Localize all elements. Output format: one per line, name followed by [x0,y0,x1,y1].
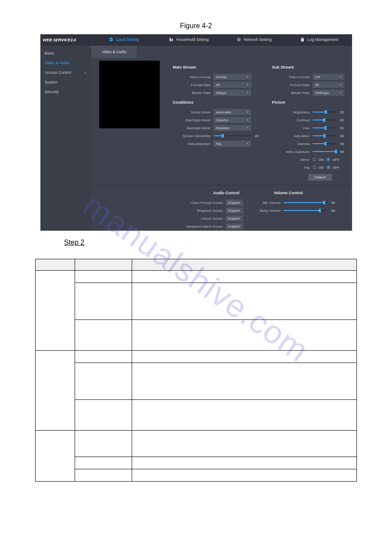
table-cell [132,283,357,320]
radio-mirror-off[interactable] [327,158,330,161]
radio-group-mirror: ON OFF [313,158,340,162]
slider-contrast[interactable] [313,120,336,120]
sidebar-item-label: Access Control [45,70,72,75]
slider-beep-volume[interactable] [284,210,327,211]
select-backlight-mode[interactable]: Disabled▾ [213,125,251,131]
field-value: Automatic [216,110,232,114]
slider-value: 90 [327,201,335,205]
top-bar: WEB SERVICE2.0 Local Setting Household S… [40,34,352,46]
select-sub-format-rate[interactable]: 25▾ [313,82,344,88]
table-cell [75,351,132,363]
select-sub-bitrate[interactable]: 256Kbps▾ [313,90,344,96]
slider-gain-auto[interactable] [313,151,336,152]
nav-label: Household Setting [176,37,209,42]
select-sub-video-format[interactable]: CIF▾ [313,74,344,80]
logo: WEB SERVICE2.0 [40,38,91,42]
label-hue: Hue [272,126,313,130]
field-value: Colorful [216,118,228,122]
radio-flip-on[interactable] [313,166,316,169]
slider-value: 23 [251,134,259,138]
table-row [36,469,357,482]
chevron-down-icon: ▾ [247,126,248,130]
radio-mirror-on[interactable] [313,158,316,161]
table-cell [132,469,357,482]
default-button[interactable]: Default [308,174,331,181]
table-row [36,431,357,457]
label-ringback: Ringback Sound [173,209,226,213]
slider-brightness[interactable] [313,112,336,112]
nav-local-setting[interactable]: Local Setting [91,37,157,43]
select-scene-mode[interactable]: Automatic▾ [213,109,251,115]
label-contrast: Contrast [272,118,313,122]
field-value: PAL [216,142,223,146]
audio-control-title: Audio Control [213,191,243,195]
volume-control-title: Volume Control [274,191,340,195]
table-row [36,363,357,400]
sidebar-item-system[interactable]: System [40,77,91,87]
sidebar-item-access-control[interactable]: Access Control ⌄ [40,68,91,77]
chevron-down-icon: ▾ [239,217,241,220]
parameter-table-wrap [35,259,357,482]
sidebar-item-video-audio[interactable]: Video & Audio [40,58,91,68]
tab-video-audio[interactable]: Video & Audio [91,46,137,58]
parameter-table [35,259,357,482]
select-tampered-alarm[interactable]: Enable▾ [226,223,243,229]
slider-gamma[interactable] [313,143,336,144]
select-unlock[interactable]: Enable▾ [226,215,243,221]
label-mic-volume: Mic Volume [243,201,284,205]
table-cell [75,271,132,283]
nav-label: Log Management [307,37,338,42]
table-cell [75,400,132,431]
select-video-standard[interactable]: PAL▾ [213,141,251,147]
globe-icon [237,37,241,43]
slider-value: 45 [336,118,344,122]
video-preview [99,61,160,128]
table-cell [132,271,357,283]
table-cell [132,320,357,351]
label-format-rate: Format Rate [173,83,213,87]
slider-sensor-sensibility[interactable] [213,135,251,136]
table-cell [132,457,357,469]
label-day-night-mode: Day/Night Mode [173,118,213,122]
table-row [36,320,357,351]
select-main-video-format[interactable]: WVGA▾ [213,74,251,80]
select-main-bitrate[interactable]: 2Mbps▾ [213,90,251,96]
select-main-format-rate[interactable]: 25▾ [213,82,251,88]
sidebar-item-basic[interactable]: Basic [40,48,91,58]
slider-mic-volume[interactable] [284,202,327,203]
nav-network-setting[interactable]: Network Setting [222,37,287,43]
table-cell [75,320,132,351]
label-beep-volume: Beep Volume [243,209,284,213]
select-day-night-mode[interactable]: Colorful▾ [213,117,251,123]
select-ringback[interactable]: Enable▾ [226,207,243,214]
main-stream-title: Main Stream [173,65,259,69]
slider-saturation[interactable] [313,135,336,136]
main-panel: Video & Audio Main Stream Video Format W… [91,46,352,231]
select-voice-prompt[interactable]: Enable▾ [226,200,243,206]
slider-hue[interactable] [313,127,336,128]
tab-row: Video & Audio [91,46,352,58]
nav-label: Network Setting [244,37,272,42]
field-value: Enable [228,209,239,213]
table-cell [132,431,357,457]
radio-flip-off[interactable] [327,166,330,169]
table-cell [132,351,357,363]
step-label: Step 2 [64,239,374,247]
nav-log-management[interactable]: Log Management [287,37,352,43]
table-cell [36,271,75,351]
field-value: 25 [216,83,220,87]
label-sub-video-format: Video Format [272,75,313,79]
field-value: Enable [228,225,239,229]
document-icon [300,37,305,43]
sidebar-item-security[interactable]: Security [40,87,91,97]
label-brightness: Brightness [272,110,313,114]
chevron-down-icon: ▾ [247,91,248,94]
field-value: 25 [315,83,319,87]
slider-value: 50 [336,142,344,146]
sidebar: Basic Video & Audio Access Control ⌄ Sys… [40,46,91,231]
label-unlock: Unlock Sound [173,217,226,221]
slider-value: 52 [336,110,344,114]
nav-household-setting[interactable]: Household Setting [156,37,222,43]
chevron-down-icon: ⌄ [84,70,87,74]
sub-stream-title: Sub Stream [272,65,344,69]
